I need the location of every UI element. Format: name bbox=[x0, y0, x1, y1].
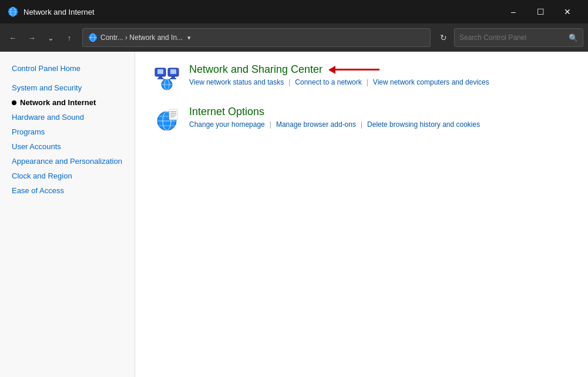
active-bullet bbox=[12, 100, 16, 105]
content-area: Network and Sharing Center View network … bbox=[135, 52, 588, 377]
sidebar-item-network-and-internet[interactable]: Network and Internet bbox=[0, 95, 135, 110]
title-bar: Network and Internet – ☐ ✕ bbox=[0, 0, 588, 23]
network-sharing-center-info: Network and Sharing Center View network … bbox=[189, 63, 489, 86]
manage-browser-addons-link[interactable]: Manage browser add-ons bbox=[276, 120, 356, 129]
sidebar-item-hardware-and-sound[interactable]: Hardware and Sound bbox=[0, 110, 135, 124]
search-box[interactable]: 🔍 bbox=[454, 28, 583, 47]
category-internet-options: Internet Options Change your homepage | … bbox=[153, 106, 570, 134]
address-text: Contr... › Network and In... bbox=[100, 33, 183, 42]
connect-to-network-link[interactable]: Connect to a network bbox=[295, 78, 361, 86]
arrow-head bbox=[328, 66, 335, 74]
delete-browsing-history-link[interactable]: Delete browsing history and cookies bbox=[367, 120, 480, 129]
internet-options-title[interactable]: Internet Options bbox=[189, 106, 264, 117]
category-network-sharing-center: Network and Sharing Center View network … bbox=[153, 63, 570, 92]
svg-rect-9 bbox=[157, 69, 163, 74]
sidebar-item-user-accounts[interactable]: User Accounts bbox=[0, 139, 135, 154]
arrow-line bbox=[335, 69, 379, 70]
network-sharing-center-icon bbox=[153, 63, 181, 92]
svg-rect-26 bbox=[169, 109, 177, 120]
view-network-computers-link[interactable]: View network computers and devices bbox=[373, 78, 489, 86]
internet-options-links: Change your homepage | Manage browser ad… bbox=[189, 120, 480, 129]
window-title: Network and Internet bbox=[23, 8, 500, 16]
refresh-button[interactable]: ↻ bbox=[435, 29, 452, 46]
sidebar-item-ease-of-access[interactable]: Ease of Access bbox=[0, 183, 135, 198]
address-box[interactable]: Contr... › Network and In... ▾ bbox=[82, 28, 431, 47]
sidebar-item-control-panel-home[interactable]: Control Panel Home bbox=[0, 61, 135, 76]
sidebar: Control Panel Home System and Security N… bbox=[0, 52, 135, 377]
search-input[interactable] bbox=[459, 33, 566, 42]
address-bar: ← → ⌄ ↑ Contr... › Network and In... ▾ ↻… bbox=[0, 23, 588, 52]
main-layout: Control Panel Home System and Security N… bbox=[0, 52, 588, 377]
internet-options-icon bbox=[153, 106, 181, 134]
close-button[interactable]: ✕ bbox=[554, 0, 581, 23]
minimize-button[interactable]: – bbox=[500, 0, 527, 23]
internet-options-info: Internet Options Change your homepage | … bbox=[189, 106, 480, 129]
svg-rect-13 bbox=[170, 69, 176, 74]
sidebar-item-clock-and-region[interactable]: Clock and Region bbox=[0, 169, 135, 183]
address-dropdown-button[interactable]: ▾ bbox=[185, 34, 193, 42]
sidebar-item-programs[interactable]: Programs bbox=[0, 124, 135, 139]
network-sharing-center-title[interactable]: Network and Sharing Center bbox=[189, 63, 322, 76]
view-network-status-link[interactable]: View network status and tasks bbox=[189, 78, 284, 86]
up-button[interactable]: ↑ bbox=[61, 29, 78, 46]
maximize-button[interactable]: ☐ bbox=[527, 0, 554, 23]
sidebar-item-system-and-security[interactable]: System and Security bbox=[0, 80, 135, 95]
back-button[interactable]: ← bbox=[5, 29, 21, 46]
change-homepage-link[interactable]: Change your homepage bbox=[189, 120, 265, 129]
recent-locations-button[interactable]: ⌄ bbox=[42, 29, 59, 46]
search-icon: 🔍 bbox=[569, 33, 578, 42]
window-controls: – ☐ ✕ bbox=[500, 0, 581, 23]
network-sharing-center-links: View network status and tasks | Connect … bbox=[189, 78, 489, 86]
window-icon bbox=[7, 6, 19, 18]
sidebar-item-appearance-and-personalization[interactable]: Appearance and Personalization bbox=[0, 154, 135, 169]
forward-button[interactable]: → bbox=[23, 29, 40, 46]
